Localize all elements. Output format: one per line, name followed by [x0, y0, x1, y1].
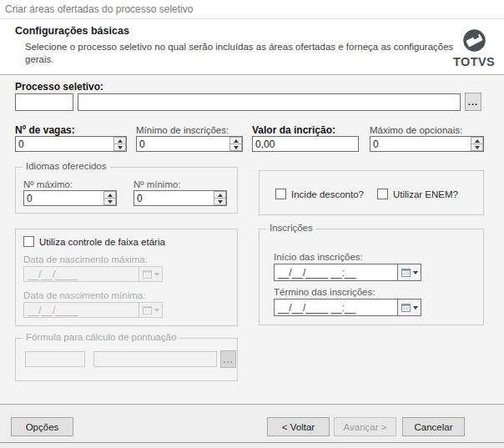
totvs-logo: TOTVS	[450, 26, 498, 69]
spinner-down-icon[interactable]	[103, 198, 116, 205]
valor-inscricao-label: Valor da incrição:	[252, 124, 335, 136]
date-mask: __/__/____	[24, 267, 139, 281]
minimo-inscricoes-input[interactable]	[137, 137, 229, 151]
inicio-inscricoes-label: Início das inscrições:	[274, 252, 363, 262]
formula-group-title: Fórmula para cálculo de pontuação	[23, 332, 179, 342]
totvs-logo-icon	[460, 26, 489, 58]
window-bottom-edge	[0, 442, 504, 443]
nascimento-maxima-datefield: __/__/____	[23, 266, 163, 282]
formula-descricao-input	[93, 351, 217, 367]
spinner-down-icon[interactable]	[214, 198, 226, 205]
processo-browse-button[interactable]: ...	[465, 93, 481, 111]
calendar-icon	[401, 268, 411, 277]
spinner-down-icon[interactable]	[229, 143, 242, 151]
header: Criar áreas ofertadas do processo seleti…	[0, 0, 504, 75]
page-description-line: Selecione o processo seletivo no qual se…	[25, 41, 453, 53]
idiomas-minimo-input[interactable]	[134, 191, 214, 205]
spinner-down-icon[interactable]	[471, 143, 483, 151]
vagas-input[interactable]	[16, 137, 113, 151]
page-description-line: gerais.	[25, 53, 453, 66]
opcoes-button[interactable]: Opções	[11, 417, 73, 436]
calendar-dropdown-button[interactable]	[397, 264, 421, 280]
avancar-button: Avançar >	[334, 417, 396, 436]
chevron-down-icon	[413, 271, 418, 274]
header-divider	[0, 18, 504, 19]
utilizar-enem-label: Utilizar ENEM?	[393, 189, 458, 199]
formula-codigo-input	[25, 351, 85, 367]
formula-browse-button: ...	[220, 350, 236, 368]
termino-inscricoes-datefield[interactable]: __/__/____ __:__	[274, 299, 421, 316]
calendar-icon	[401, 303, 411, 312]
voltar-button[interactable]: < Voltar	[267, 417, 330, 436]
nascimento-minima-label: Data de nascimento mínima:	[23, 290, 145, 300]
spinner-up-icon[interactable]	[229, 137, 242, 143]
incide-desconto-checkbox[interactable]	[275, 189, 286, 199]
spinner-down-icon[interactable]	[113, 143, 126, 151]
maximo-opcionais-label: Máximo de opcionais:	[370, 125, 462, 135]
calendar-icon	[143, 305, 152, 315]
chevron-down-icon	[413, 306, 418, 310]
spinner-up-icon[interactable]	[471, 137, 483, 143]
spinner-up-icon[interactable]	[113, 137, 126, 143]
utilizar-enem-checkbox[interactable]	[377, 189, 388, 199]
incide-desconto-label: Incide desconto?	[291, 189, 364, 199]
date-mask: __/__/____	[24, 303, 139, 317]
minimo-inscricoes-label: Mínimo de inscrições:	[136, 125, 229, 135]
idiomas-group-title: Idiomas oferecidos	[23, 161, 110, 171]
calendar-icon	[143, 269, 152, 279]
termino-inscricoes-label: Término das inscrições:	[274, 287, 375, 297]
wizard-dialog: Criar áreas ofertadas do processo seleti…	[0, 0, 504, 448]
spinner-up-icon[interactable]	[103, 191, 116, 198]
calendar-dropdown-button	[139, 303, 162, 317]
valor-inscricao-input[interactable]	[252, 136, 359, 152]
idiomas-minimo-label: Nº mínimo:	[134, 179, 181, 189]
faixa-etaria-checkbox-label: Utiliza controle de faixa etária	[39, 237, 165, 247]
datetime-mask[interactable]: __/__/____ __:__	[275, 264, 397, 280]
calendar-dropdown-button[interactable]	[397, 300, 421, 315]
cancelar-button[interactable]: Cancelar	[402, 417, 465, 436]
maximo-opcionais-input[interactable]	[370, 137, 471, 151]
idiomas-minimo-stepper[interactable]	[134, 190, 227, 206]
maximo-opcionais-stepper[interactable]	[370, 136, 484, 152]
faixa-etaria-checkbox[interactable]	[23, 236, 34, 247]
idiomas-maximo-stepper[interactable]	[23, 190, 117, 206]
processo-descricao-input[interactable]	[78, 93, 461, 111]
processo-codigo-input[interactable]	[15, 93, 73, 111]
window-title: Criar áreas ofertadas do processo seleti…	[5, 3, 193, 15]
idiomas-maximo-input[interactable]	[24, 191, 103, 205]
processo-seletivo-label: Processo seletivo:	[15, 81, 103, 93]
datetime-mask[interactable]: __/__/____ __:__	[275, 300, 397, 315]
nascimento-maxima-label: Data de nascimento máxima:	[23, 254, 148, 264]
inscricoes-group-title: Inscrições	[266, 223, 316, 233]
spinner-up-icon[interactable]	[214, 191, 226, 198]
idiomas-maximo-label: Nº máximo:	[23, 179, 73, 189]
totvs-logo-text: TOTVS	[450, 55, 498, 68]
inicio-inscricoes-datefield[interactable]: __/__/____ __:__	[274, 264, 421, 281]
nascimento-minima-datefield: __/__/____	[23, 302, 163, 318]
chevron-down-icon	[154, 309, 159, 312]
vagas-label: Nº de vagas:	[15, 124, 75, 136]
page-title: Configurações básicas	[15, 25, 129, 37]
chevron-down-icon	[154, 273, 159, 276]
page-description: Selecione o processo seletivo no qual se…	[25, 41, 453, 66]
minimo-inscricoes-stepper[interactable]	[136, 136, 243, 152]
calendar-dropdown-button	[139, 267, 162, 281]
vagas-stepper[interactable]	[15, 136, 127, 152]
